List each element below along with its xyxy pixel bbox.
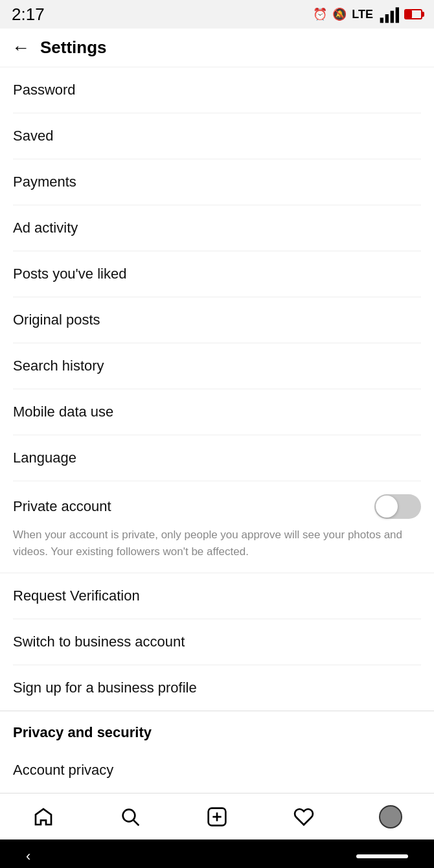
private-account-label: Private account	[13, 498, 111, 515]
header: ← Settings	[0, 29, 434, 67]
android-back-button[interactable]: ‹	[26, 848, 30, 865]
settings-item-account-privacy[interactable]: Account privacy	[0, 748, 434, 793]
svg-line-5	[133, 820, 139, 825]
nav-search[interactable]	[111, 801, 150, 832]
home-icon	[33, 806, 54, 827]
privacy-section-title: Privacy and security	[13, 724, 152, 740]
private-account-toggle[interactable]	[374, 494, 421, 519]
settings-list: Password Saved Payments Ad activity Post…	[0, 67, 434, 793]
settings-item-sign-up-business[interactable]: Sign up for a business profile	[0, 665, 434, 711]
mute-icon: 🔕	[332, 7, 347, 21]
add-icon	[207, 806, 227, 827]
settings-item-label-sign-up-business: Sign up for a business profile	[13, 680, 197, 696]
battery-icon	[404, 9, 422, 19]
search-icon	[120, 806, 141, 827]
settings-item-request-verification[interactable]: Request Verification	[0, 573, 434, 619]
settings-item-label-account-privacy: Account privacy	[13, 762, 113, 779]
settings-item-label-search-history: Search history	[13, 358, 104, 374]
status-time: 2:17	[12, 5, 45, 25]
settings-item-label-posts-liked: Posts you've liked	[13, 266, 126, 282]
settings-item-language[interactable]: Language	[0, 435, 434, 481]
privacy-section-header: Privacy and security	[0, 711, 434, 748]
settings-item-mobile-data-use[interactable]: Mobile data use	[0, 389, 434, 435]
nav-home[interactable]	[24, 801, 63, 832]
settings-item-label-request-verification: Request Verification	[13, 588, 140, 604]
android-home-pill[interactable]	[356, 854, 408, 858]
svg-rect-3	[396, 7, 399, 23]
settings-item-label-payments: Payments	[13, 174, 76, 190]
toggle-knob	[376, 496, 398, 518]
settings-item-label-saved: Saved	[13, 128, 53, 144]
settings-item-switch-business[interactable]: Switch to business account	[0, 619, 434, 665]
signal-icon	[378, 4, 399, 25]
status-icons: ⏰ 🔕 LTE	[313, 4, 422, 25]
lte-icon: LTE	[352, 8, 373, 21]
nav-profile[interactable]	[371, 801, 410, 832]
android-nav-bar: ‹	[0, 839, 434, 868]
svg-rect-0	[380, 17, 383, 23]
settings-item-ad-activity[interactable]: Ad activity	[0, 205, 434, 251]
settings-item-saved[interactable]: Saved	[0, 113, 434, 159]
back-button[interactable]: ←	[12, 38, 30, 58]
svg-rect-2	[391, 11, 394, 23]
settings-item-label-mobile-data-use: Mobile data use	[13, 404, 113, 420]
settings-item-label-password: Password	[13, 82, 76, 98]
svg-rect-1	[385, 14, 389, 23]
alarm-icon: ⏰	[313, 7, 327, 21]
settings-item-password[interactable]: Password	[0, 67, 434, 113]
bottom-nav	[0, 793, 434, 839]
nav-add[interactable]	[198, 801, 236, 832]
avatar	[379, 805, 402, 828]
settings-item-label-switch-business: Switch to business account	[13, 634, 185, 650]
settings-item-original-posts[interactable]: Original posts	[0, 297, 434, 343]
svg-point-4	[123, 809, 135, 821]
status-bar: 2:17 ⏰ 🔕 LTE	[0, 0, 434, 29]
settings-item-label-ad-activity: Ad activity	[13, 220, 78, 236]
nav-heart[interactable]	[284, 801, 323, 832]
page-title: Settings	[40, 38, 107, 58]
settings-item-posts-liked[interactable]: Posts you've liked	[0, 251, 434, 297]
settings-item-label-language: Language	[13, 450, 76, 466]
settings-item-label-original-posts: Original posts	[13, 312, 100, 328]
settings-item-payments[interactable]: Payments	[0, 159, 434, 205]
private-account-description: When your account is private, only peopl…	[0, 527, 434, 573]
heart-icon	[293, 806, 314, 827]
profile-icon	[379, 805, 402, 828]
settings-item-search-history[interactable]: Search history	[0, 343, 434, 389]
settings-item-private-account[interactable]: Private account	[0, 481, 434, 527]
